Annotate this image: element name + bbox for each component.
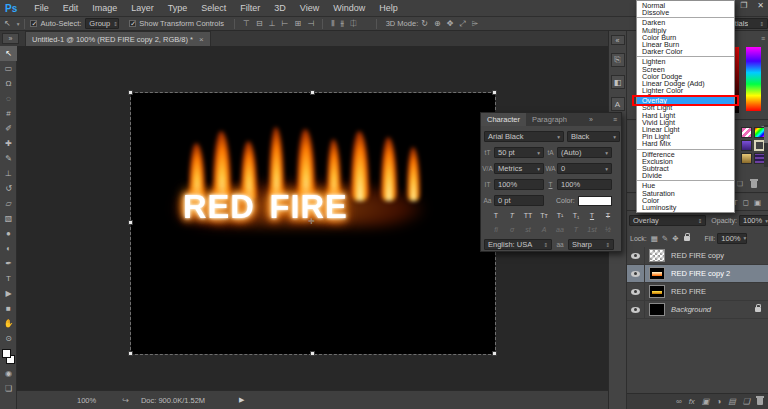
tab-paragraph[interactable]: Paragraph [526, 113, 573, 126]
transform-handle[interactable] [128, 351, 133, 356]
layer-row[interactable]: RED FIRE copy 2 [627, 265, 768, 283]
baseline-shift-field[interactable]: 0 pt [494, 195, 544, 206]
layer-style-icon[interactable]: fx [689, 397, 695, 406]
menu-edit[interactable]: Edit [56, 3, 86, 13]
language-select[interactable]: English: USA ⇕ [484, 239, 552, 250]
healing-brush-tool[interactable]: ✚ [0, 136, 17, 151]
transform-handle[interactable] [492, 351, 497, 356]
tab-character[interactable]: Character [481, 113, 526, 126]
pen-tool[interactable]: ✒ [0, 256, 17, 271]
auto-select-target-select[interactable]: Group ⇕ [85, 18, 119, 29]
type-tool[interactable]: T [0, 271, 17, 286]
layer-row[interactable]: RED FIRE copy [627, 247, 768, 265]
3d-orbit-icon[interactable]: ↻ [421, 19, 428, 28]
screen-mode-button[interactable]: ❏ [0, 381, 17, 396]
menu-3d[interactable]: 3D [267, 3, 293, 13]
blend-option-dissolve[interactable]: Dissolve [637, 9, 734, 16]
layer-mask-icon[interactable]: ▣ [702, 397, 710, 406]
transform-handle[interactable] [310, 90, 315, 95]
lock-transparent-pixels-icon[interactable]: ▦ [651, 234, 658, 243]
vertical-scale-field[interactable]: 100% [494, 179, 544, 190]
hue-ramp[interactable] [746, 47, 761, 111]
layer-thumbnail[interactable] [649, 267, 665, 280]
document-tab[interactable]: Untitled-1 @ 100% (RED FIRE copy 2, RGB/… [25, 31, 211, 46]
eraser-tool[interactable]: ▱ [0, 196, 17, 211]
eyedropper-tool[interactable]: ✐ [0, 121, 17, 136]
delete-layer-icon[interactable] [757, 398, 763, 405]
eye-icon[interactable] [631, 271, 640, 277]
faux-bold-button[interactable]: T [490, 210, 503, 221]
brush-tool[interactable]: ✎ [0, 151, 17, 166]
anti-alias-select[interactable]: Sharp ⇕ [568, 239, 614, 250]
contextual-alternates-button[interactable]: σ [506, 224, 519, 235]
menu-view[interactable]: View [293, 3, 326, 13]
horizontal-scale-field[interactable]: 100% [557, 179, 612, 190]
tool-preset-arrow-icon[interactable]: ▾ [14, 21, 20, 27]
hand-tool[interactable]: ✋ [0, 316, 17, 331]
strikethrough-button[interactable]: T [602, 210, 615, 221]
font-family-select[interactable]: Arial Black ▾ [484, 131, 564, 142]
eye-icon[interactable] [631, 307, 640, 313]
collapsed-panel-icon[interactable]: » [2, 33, 19, 44]
blur-tool[interactable]: ● [0, 226, 17, 241]
3d-zoom-icon[interactable]: ⌲ [472, 19, 478, 28]
properties-panel-icon[interactable]: ◧ [611, 75, 625, 89]
menu-window[interactable]: Window [326, 3, 372, 13]
lasso-tool[interactable]: Ω [0, 76, 17, 91]
transform-handle[interactable] [310, 351, 315, 356]
3d-roll-icon[interactable]: ⊕ [434, 19, 441, 28]
layer-row[interactable]: Background [627, 301, 768, 319]
shape-filter-icon[interactable]: ◻ [743, 198, 749, 207]
visibility-cell[interactable] [627, 301, 645, 319]
transform-center-handle[interactable]: ✛ [308, 217, 315, 226]
kerning-select[interactable]: Metrics ▾ [494, 163, 544, 174]
blend-option-darker-color[interactable]: Darker Color [637, 48, 734, 55]
style-swatch-gold[interactable] [741, 153, 752, 164]
dodge-tool[interactable]: ◐ [0, 241, 17, 256]
align-bottom-edges-icon[interactable]: ⊥ [269, 19, 276, 28]
menu-select[interactable]: Select [194, 3, 233, 13]
lock-position-icon[interactable]: ✥ [672, 234, 678, 243]
scrollbar-thumb[interactable] [764, 127, 768, 143]
link-layers-icon[interactable]: ∞ [676, 397, 682, 406]
underline-button[interactable]: T [586, 210, 599, 221]
transform-handle[interactable] [492, 90, 497, 95]
distribute-top-icon[interactable]: ⫴ [331, 19, 334, 28]
export-arrow-icon[interactable]: ↪ [122, 396, 129, 405]
history-panel-icon[interactable]: ⎘ [611, 53, 625, 67]
menu-help[interactable]: Help [372, 3, 405, 13]
style-swatch-pink[interactable] [741, 127, 752, 138]
visibility-cell[interactable] [627, 265, 645, 283]
blend-mode-select[interactable]: Overlay ⇕ [629, 215, 706, 226]
collapse-panel-icon[interactable]: » [589, 116, 597, 123]
text-color-swatch[interactable] [578, 196, 612, 206]
menu-file[interactable]: File [27, 3, 56, 13]
subscript-button[interactable]: T₁ [570, 210, 583, 221]
superscript-button[interactable]: T¹ [554, 210, 567, 221]
fractions-button[interactable]: ½ [602, 224, 615, 235]
tracking-select[interactable]: 0 ▾ [557, 163, 612, 174]
status-options-arrow-icon[interactable]: ▶ [239, 396, 244, 404]
close-button[interactable]: ✕ [757, 1, 764, 10]
new-style-icon[interactable]: ❏ [737, 180, 743, 188]
path-selection-tool[interactable]: ▶ [0, 286, 17, 301]
panel-menu-icon[interactable]: ≡ [761, 35, 765, 42]
transform-handle[interactable] [128, 90, 133, 95]
quick-selection-tool[interactable]: ◌ [0, 91, 17, 106]
layer-thumbnail[interactable] [649, 285, 665, 298]
3d-pan-icon[interactable]: ✥ [447, 19, 454, 28]
align-right-edges-icon[interactable]: ⊣ [307, 19, 314, 28]
faux-italic-button[interactable]: T [506, 210, 519, 221]
collapse-panels-icon[interactable]: « [611, 35, 625, 45]
tab-close-icon[interactable]: × [199, 35, 204, 44]
layer-row[interactable]: RED FIRE [627, 283, 768, 301]
auto-select-checkbox[interactable]: ✓ [30, 20, 37, 27]
lock-all-icon[interactable] [684, 236, 690, 241]
layer-group-icon[interactable]: ▤ [728, 397, 736, 406]
visibility-cell[interactable] [627, 247, 645, 265]
layer-thumbnail[interactable] [649, 249, 665, 262]
align-vertical-centers-icon[interactable]: ⊟ [256, 19, 263, 28]
show-transform-checkbox[interactable]: ✓ [129, 20, 136, 27]
smart-object-filter-icon[interactable]: ▣ [754, 198, 761, 207]
transform-handle[interactable] [128, 220, 133, 225]
